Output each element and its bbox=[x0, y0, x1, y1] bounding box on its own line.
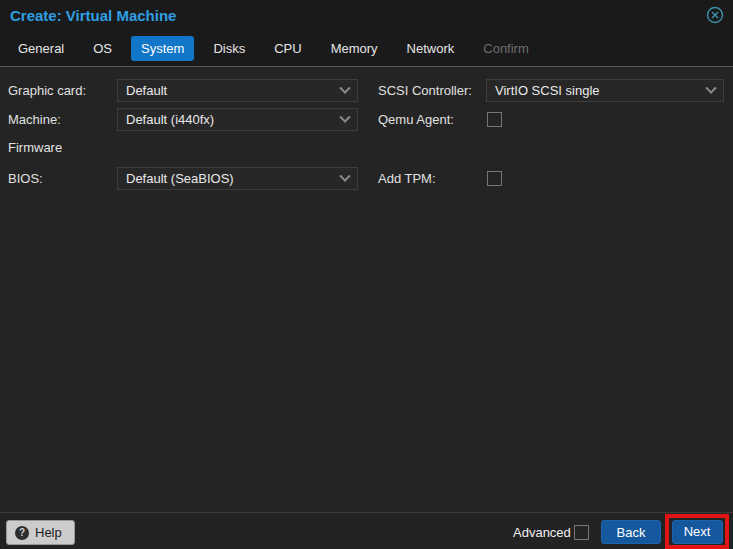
close-icon[interactable] bbox=[706, 6, 724, 24]
question-mark-icon: ? bbox=[15, 526, 29, 540]
machine-value: Default (i440fx) bbox=[126, 112, 341, 127]
tab-network[interactable]: Network bbox=[397, 36, 465, 61]
tab-confirm: Confirm bbox=[473, 36, 539, 61]
dialog-footer: ? Help Advanced Back Next bbox=[0, 512, 733, 549]
help-button[interactable]: ? Help bbox=[6, 520, 75, 545]
system-form: Graphic card: Default Machine: Default (… bbox=[0, 68, 733, 512]
machine-label: Machine: bbox=[8, 108, 61, 131]
qemu-agent-checkbox[interactable] bbox=[487, 112, 502, 127]
graphic-card-select[interactable]: Default bbox=[117, 79, 358, 102]
add-tpm-checkbox[interactable] bbox=[487, 171, 502, 186]
tab-disks[interactable]: Disks bbox=[203, 36, 255, 61]
click-target-annotation: Next bbox=[665, 514, 729, 549]
add-tpm-label: Add TPM: bbox=[378, 167, 436, 190]
graphic-card-value: Default bbox=[126, 83, 341, 98]
back-button[interactable]: Back bbox=[601, 520, 661, 544]
next-button[interactable]: Next bbox=[672, 520, 723, 544]
scsi-controller-select[interactable]: VirtIO SCSI single bbox=[486, 79, 724, 102]
bios-value: Default (SeaBIOS) bbox=[126, 171, 341, 186]
create-vm-dialog: Create: Virtual Machine General OS Syste… bbox=[0, 0, 733, 549]
scsi-controller-label: SCSI Controller: bbox=[378, 79, 472, 102]
graphic-card-label: Graphic card: bbox=[8, 79, 86, 102]
dialog-title: Create: Virtual Machine bbox=[10, 7, 176, 24]
chevron-down-icon bbox=[339, 82, 350, 93]
help-button-label: Help bbox=[35, 525, 62, 540]
bios-label: BIOS: bbox=[8, 167, 43, 190]
advanced-checkbox[interactable] bbox=[574, 525, 589, 540]
tab-os[interactable]: OS bbox=[83, 36, 122, 61]
firmware-section-label: Firmware bbox=[8, 140, 62, 155]
tab-memory[interactable]: Memory bbox=[321, 36, 388, 61]
chevron-down-icon bbox=[705, 82, 716, 93]
machine-select[interactable]: Default (i440fx) bbox=[117, 108, 358, 131]
scsi-controller-value: VirtIO SCSI single bbox=[495, 83, 707, 98]
chevron-down-icon bbox=[339, 111, 350, 122]
chevron-down-icon bbox=[339, 170, 350, 181]
tab-system[interactable]: System bbox=[131, 36, 194, 61]
tab-cpu[interactable]: CPU bbox=[264, 36, 311, 61]
bios-select[interactable]: Default (SeaBIOS) bbox=[117, 167, 358, 190]
qemu-agent-label: Qemu Agent: bbox=[378, 108, 454, 131]
tab-general[interactable]: General bbox=[8, 36, 74, 61]
dialog-titlebar: Create: Virtual Machine bbox=[0, 0, 733, 30]
wizard-tabbar: General OS System Disks CPU Memory Netwo… bbox=[0, 30, 733, 67]
advanced-label: Advanced bbox=[513, 525, 571, 540]
